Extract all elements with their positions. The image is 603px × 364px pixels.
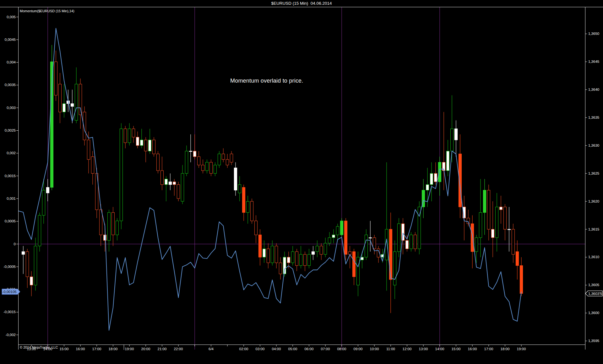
price-axis-label: 1,3605 [588,283,599,287]
momentum-axis-label: 0,0005 [5,219,16,223]
candle [46,179,49,201]
candle [418,201,421,254]
time-axis-label: 16:00 [468,347,477,351]
candle [181,165,184,204]
candle [161,157,164,190]
time-axis-label: 05:00 [288,347,297,351]
candle [422,179,425,218]
candle [198,151,200,168]
candle [504,204,507,241]
candle [430,162,433,201]
candle [259,229,262,266]
time-axis-label: 11:00 [386,347,395,351]
candle [124,126,127,148]
time-axis-label: 17:00 [92,347,101,351]
candle [283,252,286,277]
time-axis-label: 21:00 [158,347,167,351]
time-axis-label: 19:00 [517,347,526,351]
candle [112,207,115,246]
price-value-tag: 1,3603'5 [585,291,602,296]
candle [189,134,192,162]
candle [210,160,213,176]
candle [320,243,323,260]
time-axis-label: 22:00 [174,347,183,351]
candle [222,148,225,162]
momentum-axis-label: 0,003 [7,106,16,110]
momentum-axis-label: 0,0035 [5,83,16,87]
momentum-axis[interactable]: 0,0050,00450,0040,00350,0030,00250,0020,… [3,15,18,337]
candle [479,179,482,257]
time-axis[interactable]: 13:0014:0015:0016:0017:0018:0019:0020:00… [27,345,526,351]
candle [75,67,78,123]
candle [275,243,278,268]
price-axis-label: 1,3635 [588,116,599,119]
candle [414,232,417,252]
candle [157,151,160,173]
candle [373,235,376,254]
candle [508,207,511,252]
price-axis-label: 1,3600 [588,311,599,315]
candle [30,271,33,296]
price-axis-label: 1,3615 [588,227,599,231]
candle [230,151,233,165]
time-axis-label: 09:00 [354,347,363,351]
candle [95,168,98,218]
candle [438,157,441,196]
time-axis-label: 19:00 [125,347,134,351]
candle [353,249,356,285]
momentum-value-tag: -0,00105 [2,289,20,295]
price-tag-label: 1,3603'5 [588,292,602,296]
candle [459,134,462,218]
price-axis-label: 1,3650 [588,32,599,35]
momentum-axis-label: -0,0015 [3,310,16,314]
candle [136,132,139,148]
candle [149,129,151,154]
candle [247,196,249,224]
candle [336,224,339,240]
candle [132,126,135,143]
price-axis-label: 1,3630 [588,144,599,147]
candle [389,213,392,313]
candle [173,179,176,196]
candle [496,193,498,252]
candle [316,241,319,257]
candle [308,249,311,268]
candle [116,218,119,240]
candle [377,246,380,263]
price-axis-label: 1,3610 [588,255,599,259]
candle [312,246,315,260]
candle [500,196,503,224]
time-axis-label: 20:00 [141,347,150,351]
time-axis-label: 12:00 [403,347,412,351]
time-axis-label: 17:00 [484,347,493,351]
candle [242,185,245,221]
candle [263,241,266,263]
indicator-label: Momentum($EURUSD (15 Min),14) [20,9,74,13]
time-axis-label: 02:00 [239,347,248,351]
time-axis-label: 15:00 [452,347,461,351]
price-chart-surface[interactable]: 0,0050,00450,0040,00350,0030,00250,0020,… [0,0,603,364]
momentum-axis-label: 0,005 [7,15,16,19]
momentum-line [18,28,521,330]
time-axis-label: 03:00 [256,347,265,351]
candle [91,151,94,185]
candle [369,221,372,252]
candle [324,238,327,257]
price-axis-label: 1,3640 [588,88,599,91]
momentum-axis-label: 0,004 [7,60,16,64]
candle [238,176,241,201]
candle [144,137,147,162]
candle [492,201,494,257]
candle [38,213,41,252]
candle [455,120,458,157]
candle [140,129,143,148]
candle [206,160,209,173]
candle [520,257,523,296]
candle [177,182,180,201]
candle [434,162,437,185]
candle [193,134,196,160]
candle [300,246,302,268]
momentum-axis-label: 0 [14,242,16,246]
chart-borders [0,7,603,350]
candle [218,151,221,168]
